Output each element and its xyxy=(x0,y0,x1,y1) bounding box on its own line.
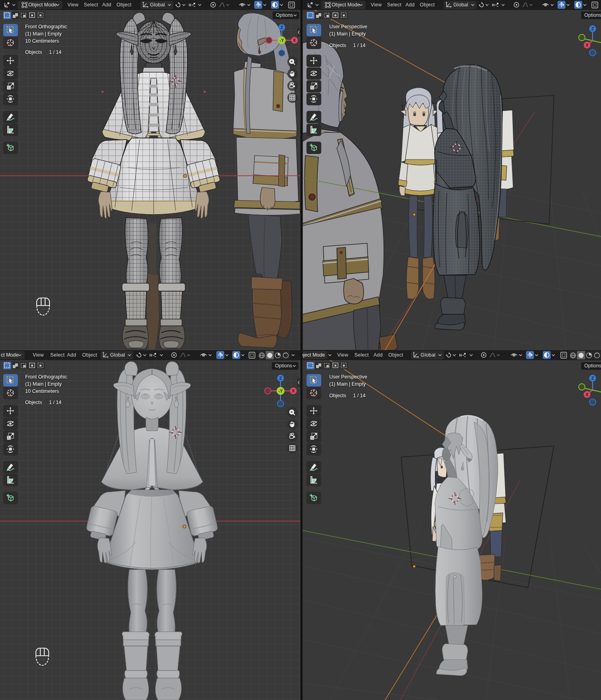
svg-text:Z: Z xyxy=(281,25,283,30)
svg-text:X: X xyxy=(293,38,296,43)
svg-text:X: X xyxy=(585,392,589,397)
svg-text:X: X xyxy=(292,388,295,393)
svg-text:-Y: -Y xyxy=(279,388,283,393)
svg-text:Z: Z xyxy=(591,376,594,381)
svg-text:-Y: -Y xyxy=(280,38,285,43)
svg-text:X: X xyxy=(585,43,589,47)
svg-text:Z: Z xyxy=(591,26,594,31)
svg-text:Z: Z xyxy=(279,376,282,381)
